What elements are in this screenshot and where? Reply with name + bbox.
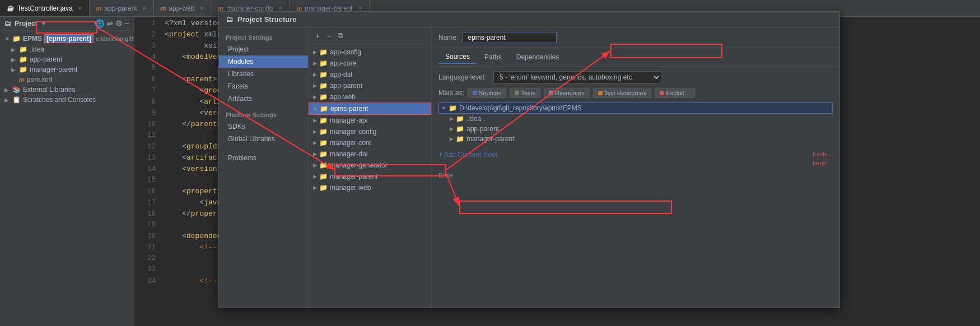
module-manager-web[interactable]: ▶ 📁 manager-web — [309, 182, 431, 193]
module-manager-api[interactable]: ▶ 📁 manager-api — [309, 115, 431, 126]
tab-close[interactable]: ✕ — [358, 5, 362, 11]
minimize-icon[interactable]: − — [125, 19, 129, 28]
nav-item-sdks[interactable]: SDKs — [219, 120, 308, 133]
file-icon: m — [19, 76, 25, 83]
file-tree-idea[interactable]: ▶ 📁 .idea — [438, 114, 833, 124]
module-manager-config[interactable]: ▶ 📁 manager-config — [309, 126, 431, 137]
tab-close[interactable]: ✕ — [78, 5, 82, 11]
split-icon[interactable]: ⇌ — [106, 19, 113, 28]
mark-sources-button[interactable]: Sources — [468, 88, 506, 98]
dialog-titlebar: 🗂 Project Structure — [219, 12, 839, 27]
sources-dot — [473, 91, 477, 95]
name-input[interactable] — [463, 32, 557, 43]
folder-icon: 📁 — [320, 105, 328, 113]
item-label: manager-parent — [30, 66, 77, 73]
tests-dot — [515, 91, 519, 95]
dialog-nav: Project Settings Project Modules Librari… — [219, 27, 309, 308]
tab-close[interactable]: ✕ — [142, 5, 147, 11]
module-app-parent[interactable]: ▶ 📁 app-parent — [309, 80, 431, 91]
arrow-icon: ▶ — [450, 136, 454, 142]
globe-icon[interactable]: 🌐 — [95, 19, 104, 28]
arrow-icon: ▶ — [11, 57, 17, 63]
mark-excluded-button[interactable]: Exclud... — [655, 88, 694, 98]
tab-app-parent[interactable]: m app-parent ✕ — [90, 0, 154, 16]
tab-close[interactable]: ✕ — [199, 5, 204, 11]
arrow-icon: ▶ — [450, 126, 454, 132]
exclude-path: targe — [813, 160, 833, 166]
folder-icon: 📁 — [19, 55, 27, 63]
nav-item-modules[interactable]: Modules — [219, 55, 308, 68]
remove-module-button[interactable]: − — [324, 30, 333, 41]
module-tree: ▶ 📁 app-config ▶ 📁 app-core ▶ 📁 app-dal — [309, 44, 431, 308]
module-manager-generator[interactable]: ▶ 📁 manager-generator — [309, 160, 431, 171]
nav-item-global-libraries[interactable]: Global Libraries — [219, 133, 308, 145]
nav-item-project[interactable]: Project — [219, 43, 308, 55]
name-label: Name: — [438, 34, 458, 41]
mark-test-resources-button[interactable]: Test Resources — [593, 88, 652, 98]
mark-tests-button[interactable]: Tests — [510, 88, 540, 98]
nav-item-facets[interactable]: Facets — [219, 80, 308, 92]
module-manager-dal[interactable]: ▶ 📁 manager-dal — [309, 148, 431, 160]
module-label: app-core — [330, 59, 356, 67]
module-app-web[interactable]: ▶ 📁 app-web — [309, 91, 431, 103]
sidebar-title: Project — [15, 20, 38, 27]
detail-content: Language level: 5 - 'enum' keyword, gene… — [432, 67, 839, 308]
module-manager-core[interactable]: ▶ 📁 manager-core — [309, 137, 431, 148]
module-epms-parent[interactable]: ▶ 📁 epms-parent — [309, 103, 431, 115]
arrow-icon: ▶ — [450, 116, 454, 122]
module-app-dal[interactable]: ▶ 📁 app-dal — [309, 69, 431, 80]
file-tree-app-parent[interactable]: ▶ 📁 app-parent — [438, 124, 833, 134]
add-content-root-button[interactable]: + Add Content Root — [438, 151, 497, 159]
mark-resources-button[interactable]: Resources — [544, 88, 590, 98]
module-label: app-config — [330, 48, 361, 56]
tab-dependencies[interactable]: Dependencies — [510, 51, 566, 63]
folder-icon: 📁 — [319, 139, 328, 147]
folder-icon: 📁 — [456, 135, 464, 143]
folder-icon: 📁 — [319, 93, 328, 101]
module-label: manager-web — [330, 184, 371, 192]
arrow-icon: ▶ — [11, 67, 17, 73]
folder-icon: 📁 — [319, 128, 328, 136]
tab-testcontroller[interactable]: ☕ TestController.java ✕ — [0, 0, 90, 16]
tree-item-ext-libs[interactable]: ▶ 📚 External Libraries — [0, 85, 134, 95]
module-label: manager-dal — [330, 150, 367, 158]
java-icon: ☕ — [7, 4, 15, 12]
file-tree-manager-parent[interactable]: ▶ 📁 manager-parent — [438, 134, 833, 144]
tab-paths[interactable]: Paths — [478, 51, 508, 63]
arrow-icon: ▶ — [313, 49, 317, 55]
tree-item-app-parent[interactable]: ▶ 📁 app-parent — [0, 54, 134, 64]
exclude-label: Exclu... — [813, 151, 833, 157]
mark-excluded-label: Exclud... — [666, 90, 689, 96]
dropdown-arrow[interactable]: ▼ — [41, 21, 46, 27]
arrow-icon: ▶ — [313, 72, 317, 77]
module-app-config[interactable]: ▶ 📁 app-config — [309, 46, 431, 58]
tab-app-web[interactable]: m app-web ✕ — [154, 0, 212, 16]
tab-close[interactable]: ✕ — [278, 5, 283, 11]
add-module-button[interactable]: + — [313, 30, 322, 41]
tree-item-scratches[interactable]: ▶ 📋 Scratches and Consoles — [0, 95, 134, 105]
nav-item-libraries[interactable]: Libraries — [219, 68, 308, 80]
lang-level-select[interactable]: 5 - 'enum' keyword, generics, autoboxing… — [493, 71, 661, 83]
arrow-icon: ▶ — [11, 46, 17, 53]
project-structure-dialog: 🗂 Project Structure Project Settings Pro… — [218, 11, 840, 308]
tree-item-manager-parent[interactable]: ▶ 📁 manager-parent — [0, 64, 134, 74]
tab-sources[interactable]: Sources — [438, 50, 477, 64]
module-app-core[interactable]: ▶ 📁 app-core — [309, 58, 431, 69]
copy-module-button[interactable]: ⧉ — [335, 30, 346, 41]
nav-item-problems[interactable]: Problems — [219, 152, 308, 164]
folder-icon: 📁 — [319, 150, 328, 158]
file-tree-root[interactable]: ▼ 📁 D:\develop\git\git_repository\epms\E… — [438, 103, 833, 114]
nav-item-artifacts[interactable]: Artifacts — [219, 92, 308, 105]
module-manager-parent[interactable]: ▶ 📁 manager-parent — [309, 171, 431, 182]
sidebar: 🗂 Project ▼ 🌐 ⇌ ⚙ − ▼ 📁 EPMS [epms-paren… — [0, 17, 134, 326]
mark-test-resources-label: Test Resources — [604, 90, 647, 96]
module-label: app-web — [330, 93, 356, 101]
tree-root[interactable]: ▼ 📁 EPMS [epms-parent] c:\develop\git\gi… — [0, 33, 134, 44]
lib-icon: 📚 — [12, 86, 21, 94]
arrow-icon: ▶ — [313, 162, 317, 168]
gear-icon[interactable]: ⚙ — [115, 19, 123, 28]
mark-tests-label: Tests — [521, 90, 535, 96]
item-label: app-parent — [30, 55, 62, 63]
tree-item-idea[interactable]: ▶ 📁 .idea — [0, 44, 134, 54]
tree-item-pom[interactable]: ▶ m pom.xml — [0, 74, 134, 85]
